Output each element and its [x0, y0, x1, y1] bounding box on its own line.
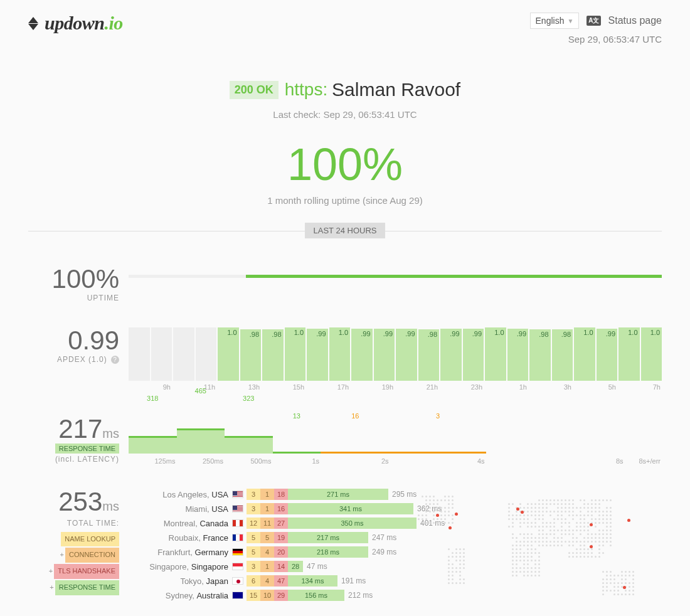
location-row[interactable]: Miami, USA3116341 ms362 ms	[129, 503, 662, 514]
flag-icon	[232, 577, 243, 585]
apdex-bar[interactable]: 1.0	[641, 327, 662, 381]
location-row[interactable]: Montreal, Canada121127350 ms401 ms	[129, 518, 662, 529]
apdex-bar[interactable]: .98	[262, 329, 284, 381]
legend-tls: TLS HANDSHAKE	[54, 564, 119, 579]
location-row[interactable]: Sydney, Australia151029156 ms212 ms	[129, 590, 662, 601]
uptime-bar	[129, 275, 662, 278]
response-bucket[interactable]: 8s	[486, 422, 625, 454]
location-row[interactable]: Tokyo, Japan6447134 ms191 ms	[129, 575, 662, 587]
response-bucket[interactable]: 131s	[273, 422, 321, 454]
apdex-bar[interactable]: .99	[396, 329, 417, 381]
apdex-bar[interactable]	[173, 327, 194, 381]
tab-last-24-hours[interactable]: LAST 24 HOURS	[305, 223, 386, 238]
response-bucket[interactable]: 8s+/err	[625, 422, 662, 454]
flag-icon	[232, 563, 243, 570]
apdex-bar[interactable]: 1.0	[618, 327, 640, 381]
sort-icon	[28, 17, 38, 30]
current-time: Sep 29, 06:53:47 UTC	[530, 34, 662, 45]
flag-icon	[232, 519, 243, 527]
location-row[interactable]: Roubaix, France5519217 ms247 ms	[129, 532, 662, 543]
flag-icon	[232, 505, 243, 512]
response-bucket[interactable]: 318125ms	[129, 422, 177, 454]
last-check: Last check: Sep 29, 06:53:41 UTC	[0, 109, 690, 120]
response-bucket[interactable]: 323500ms	[225, 422, 273, 454]
apdex-bar[interactable]	[129, 327, 150, 381]
apdex-bar[interactable]: .98	[240, 329, 262, 381]
apdex-bar[interactable]: .98	[529, 329, 551, 381]
apdex-bar[interactable]: .99	[507, 329, 529, 381]
location-row[interactable]: Frankfurt, Germany5420218 ms249 ms	[129, 546, 662, 558]
flag-icon	[232, 548, 243, 556]
response-histogram: 318125ms465250ms323500ms131s162s34s8s8s+…	[129, 416, 662, 460]
uptime-percent-hero: 100%	[0, 139, 690, 190]
total-time-value: 253ms	[28, 489, 119, 515]
locations-list: Los Angeles, USA3118271 ms295 msMiami, U…	[129, 489, 662, 601]
apdex-bar[interactable]: .98	[418, 329, 440, 381]
apdex-bar[interactable]: .99	[440, 329, 462, 381]
uptime-subtitle: 1 month rolling uptime (since Aug 29)	[0, 195, 690, 206]
site-name[interactable]: Salman Ravoof	[332, 79, 460, 100]
location-row[interactable]: Los Angeles, USA3118271 ms295 ms	[129, 489, 662, 500]
apdex-bar[interactable]: .99	[307, 329, 328, 381]
flag-icon	[232, 592, 243, 599]
apdex-bar[interactable]: 1.0	[218, 327, 239, 381]
legend-connection: CONNECTION	[65, 548, 119, 563]
legend-name-lookup: NAME LOOKUP	[61, 532, 119, 547]
http-status-badge: 200 OK	[230, 81, 279, 99]
apdex-chart: 1.0.98.981.0.991.0.99.99.99.98.99.991.0.…	[129, 327, 662, 381]
apdex-bar[interactable]: .99	[351, 329, 373, 381]
logo-text-io: .io	[104, 13, 122, 33]
apdex-bar[interactable]: 1.0	[329, 327, 351, 381]
help-icon[interactable]: ?	[111, 356, 119, 364]
chevron-down-icon: ▼	[567, 18, 573, 24]
response-value: 217ms	[28, 416, 119, 442]
apdex-bar[interactable]: 1.0	[285, 327, 306, 381]
apdex-bar[interactable]: 1.0	[574, 327, 595, 381]
apdex-bar[interactable]: .99	[597, 329, 618, 381]
response-time-badge: RESPONSE TIME	[55, 443, 119, 454]
uptime-value: 100%	[28, 266, 119, 292]
flag-icon	[232, 534, 243, 541]
logo[interactable]: updown.io	[28, 13, 123, 34]
flag-icon	[232, 491, 243, 498]
apdex-bar[interactable]: .99	[463, 329, 484, 381]
response-sub: (incl. LATENCY)	[28, 455, 119, 464]
location-row[interactable]: Singapore, Singapore31142847 ms	[129, 561, 662, 572]
translate-icon[interactable]: A文	[586, 16, 600, 26]
apdex-bar[interactable]	[151, 327, 172, 381]
total-time-label: TOTAL TIME:	[28, 517, 119, 531]
logo-text-main: updown	[45, 13, 104, 33]
legend-response: RESPONSE TIME	[55, 580, 119, 595]
uptime-label: UPTIME	[28, 294, 119, 302]
apdex-bar[interactable]	[196, 327, 217, 381]
status-page-link[interactable]: Status page	[608, 15, 662, 26]
language-select[interactable]: English▼	[530, 13, 580, 29]
apdex-value: 0.99	[28, 327, 119, 354]
apdex-bar[interactable]: 1.0	[485, 327, 506, 381]
protocol-label: https:	[285, 80, 327, 99]
apdex-label: APDEX (1.0) ?	[28, 355, 119, 364]
response-bucket[interactable]: 162s	[321, 422, 390, 454]
apdex-bar[interactable]: .98	[552, 329, 573, 381]
response-bucket[interactable]: 34s	[390, 422, 486, 454]
response-bucket[interactable]: 465250ms	[177, 422, 225, 454]
apdex-bar[interactable]: .99	[374, 329, 395, 381]
